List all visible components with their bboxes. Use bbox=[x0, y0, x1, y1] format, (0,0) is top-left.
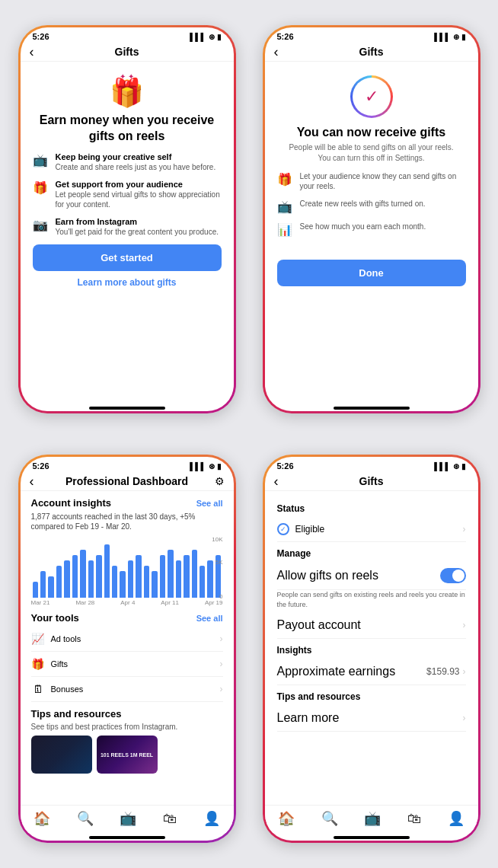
tip-thumbnail-1[interactable] bbox=[31, 736, 92, 774]
screen2-text-1: Let your audience know they can send gif… bbox=[300, 171, 466, 191]
screen2-icon-2: 📺 bbox=[277, 199, 292, 214]
chart-bar bbox=[160, 555, 165, 598]
learn-more-row[interactable]: Learn more › bbox=[277, 705, 466, 732]
chart-bar bbox=[128, 560, 133, 598]
insights-text: 1,877 accounts reached in the last 30 da… bbox=[31, 512, 223, 531]
nav-bar-3: ‹ Professional Dashboard ⚙ bbox=[21, 472, 234, 491]
tools-see-all[interactable]: See all bbox=[196, 614, 223, 623]
screen1-container: 5:26 ▌▌▌ ⊛ ▮ ‹ Gifts ✦ ✦ 🎁 Earn money wh… bbox=[9, 9, 244, 429]
signal-icon-3: ▌▌▌ bbox=[190, 462, 206, 471]
learn-more-link[interactable]: Learn more about gifts bbox=[33, 277, 222, 288]
nav-bar-4: ‹ Gifts bbox=[265, 472, 478, 491]
tools-header: Your tools See all bbox=[31, 612, 223, 624]
screen3-phone-frame: 5:26 ▌▌▌ ⊛ ▮ ‹ Professional Dashboard ⚙ … bbox=[18, 455, 236, 843]
chart-bar bbox=[144, 566, 149, 598]
bonuses-label: Bonuses bbox=[51, 685, 84, 694]
home-nav-icon-4[interactable]: 🏠 bbox=[278, 810, 295, 827]
feature-item-1: 📺 Keep being your creative self Create a… bbox=[33, 152, 222, 172]
wifi-icon-4: ⊛ bbox=[453, 462, 459, 471]
check-circle-inner: ✓ bbox=[353, 78, 391, 116]
status-icons-1: ▌▌▌ ⊛ ▮ bbox=[190, 33, 221, 41]
screen2-desc-1: Let your audience know they can send gif… bbox=[300, 171, 466, 191]
chart-x-3: Apr 4 bbox=[120, 599, 135, 606]
screen2-feature-2: 📺 Create new reels with gifts turned on. bbox=[277, 199, 466, 214]
earnings-row[interactable]: Approximate earnings $159.93 › bbox=[277, 659, 466, 685]
tip-thumbnail-2[interactable]: 101 REELS 1M REEL bbox=[97, 736, 158, 774]
screen2-content: ✓ You can now receive gifts People will … bbox=[265, 62, 478, 404]
tools-title: Your tools bbox=[31, 612, 79, 624]
tool-gifts[interactable]: 🎁 Gifts › bbox=[31, 652, 223, 677]
back-button-2[interactable]: ‹ bbox=[274, 44, 279, 60]
bonuses-icon: 🗓 bbox=[31, 683, 45, 695]
get-started-button[interactable]: Get started bbox=[33, 244, 222, 271]
status-time-1: 5:26 bbox=[33, 32, 49, 41]
status-bar-3: 5:26 ▌▌▌ ⊛ ▮ bbox=[21, 457, 234, 472]
screen2-desc-3: See how much you earn each month. bbox=[300, 222, 426, 231]
approx-earnings-label: Approximate earnings bbox=[277, 665, 396, 678]
check-circle-outer: ✓ bbox=[350, 75, 393, 118]
insights-title: Account insights bbox=[31, 497, 111, 509]
feature-text-1: Keep being your creative self Create and… bbox=[56, 152, 216, 172]
screen2-icon-1: 🎁 bbox=[277, 172, 292, 187]
profile-nav-icon-4[interactable]: 👤 bbox=[448, 810, 464, 827]
feature-item-2: 🎁 Get support from your audience Let peo… bbox=[33, 180, 222, 209]
insights-section-title: Insights bbox=[277, 645, 466, 656]
reels-nav-icon-4[interactable]: 📺 bbox=[364, 810, 381, 827]
feature-icon-3: 📷 bbox=[33, 218, 48, 232]
feature-icon-2: 🎁 bbox=[33, 180, 48, 195]
screen2-phone-frame: 5:26 ▌▌▌ ⊛ ▮ ‹ Gifts ✓ You can now r bbox=[263, 25, 480, 413]
screen2-text-2: Create new reels with gifts turned on. bbox=[300, 199, 426, 209]
tool-ad-tools[interactable]: 📈 Ad tools › bbox=[31, 627, 223, 652]
search-nav-icon-4[interactable]: 🔍 bbox=[321, 810, 338, 827]
payout-row[interactable]: Payout account › bbox=[277, 612, 466, 639]
signal-icon-4: ▌▌▌ bbox=[434, 462, 450, 471]
chart-bar bbox=[152, 571, 157, 598]
tips-subtitle: See tips and best practices from Instagr… bbox=[31, 723, 223, 731]
search-nav-icon-3[interactable]: 🔍 bbox=[77, 810, 94, 827]
chart-y-label-3: 0 bbox=[219, 593, 222, 600]
earnings-right: $159.93 › bbox=[426, 666, 465, 677]
chart-bar bbox=[207, 560, 212, 598]
back-button-1[interactable]: ‹ bbox=[30, 44, 34, 60]
screen2-text-3: See how much you earn each month. bbox=[300, 222, 426, 231]
shop-nav-icon-3[interactable]: 🛍 bbox=[163, 811, 177, 827]
learn-more-label: Learn more bbox=[277, 711, 340, 725]
tips-title: Tips and resources bbox=[31, 708, 122, 720]
screen2-container: 5:26 ▌▌▌ ⊛ ▮ ‹ Gifts ✓ You can now r bbox=[254, 9, 489, 429]
wifi-icon-1: ⊛ bbox=[209, 33, 215, 41]
approx-earnings-value: $159.93 bbox=[426, 666, 459, 677]
checkmark-icon: ✓ bbox=[365, 87, 378, 107]
screen1-main-title: Earn money when you receive gifts on ree… bbox=[33, 113, 222, 145]
screen3-content: Account insights See all 1,877 accounts … bbox=[21, 491, 234, 805]
battery-icon-3: ▮ bbox=[217, 462, 222, 471]
chart-bar bbox=[136, 555, 141, 598]
back-button-3[interactable]: ‹ bbox=[30, 474, 34, 490]
screen1-phone-frame: 5:26 ▌▌▌ ⊛ ▮ ‹ Gifts ✦ ✦ 🎁 Earn money wh… bbox=[18, 25, 236, 413]
payout-chevron: › bbox=[463, 620, 466, 630]
gift-icon-area: ✦ ✦ 🎁 bbox=[33, 72, 222, 107]
signal-icon-2: ▌▌▌ bbox=[434, 33, 450, 41]
shop-nav-icon-4[interactable]: 🛍 bbox=[407, 811, 421, 827]
home-nav-icon-3[interactable]: 🏠 bbox=[34, 810, 50, 827]
reels-nav-icon-3[interactable]: 📺 bbox=[120, 810, 136, 827]
allow-gifts-row[interactable]: Allow gifts on reels bbox=[277, 562, 466, 590]
screen2-phone-body: 5:26 ▌▌▌ ⊛ ▮ ‹ Gifts ✓ You can now r bbox=[265, 27, 478, 411]
eligible-row[interactable]: ✓ Eligible › bbox=[277, 517, 466, 542]
insights-see-all[interactable]: See all bbox=[196, 499, 223, 508]
back-button-4[interactable]: ‹ bbox=[274, 474, 279, 490]
tool-bonuses[interactable]: 🗓 Bonuses › bbox=[31, 677, 223, 702]
feature-title-3: Earn from Instagram bbox=[56, 217, 219, 226]
screen3-phone-body: 5:26 ▌▌▌ ⊛ ▮ ‹ Professional Dashboard ⚙ … bbox=[21, 457, 234, 841]
tool-left-2: 🎁 Gifts bbox=[31, 658, 69, 670]
screen2-subtitle: People will be able to send gifts on all… bbox=[277, 142, 466, 164]
chart-x-1: Mar 21 bbox=[31, 599, 50, 606]
profile-nav-icon-3[interactable]: 👤 bbox=[203, 810, 220, 827]
chart-bar bbox=[56, 566, 62, 598]
allow-gifts-toggle[interactable] bbox=[440, 568, 466, 583]
insights-header: Account insights See all bbox=[31, 497, 223, 509]
done-button[interactable]: Done bbox=[277, 260, 466, 286]
nav-bar-1: ‹ Gifts bbox=[21, 43, 234, 62]
chart-bar bbox=[120, 571, 125, 598]
settings-icon-3[interactable]: ⚙ bbox=[215, 475, 225, 487]
feature-text-2: Get support from your audience Let peopl… bbox=[56, 180, 222, 209]
